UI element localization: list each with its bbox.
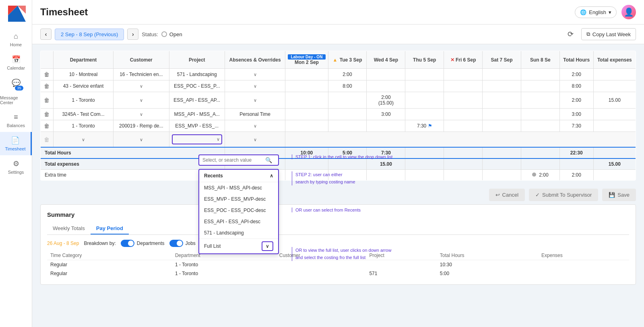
sidebar-item-home[interactable]: ⌂ Home: [0, 28, 32, 51]
mon-cell[interactable]: [285, 69, 328, 80]
cust-cell[interactable]: ∨: [114, 132, 169, 148]
tab-weekly-totals[interactable]: Weekly Totals: [47, 223, 91, 234]
check-icon: ✓: [535, 192, 540, 198]
delete-row-button[interactable]: 🗑: [44, 83, 50, 89]
wed-cell[interactable]: [367, 69, 405, 80]
tue-cell[interactable]: 8:00: [328, 80, 367, 92]
thu-cell[interactable]: [405, 80, 444, 92]
mon-cell[interactable]: [285, 120, 328, 132]
sat-cell[interactable]: [483, 69, 521, 80]
copy-last-week-button[interactable]: ⧉ Copy Last Week: [581, 28, 636, 40]
mon-cell[interactable]: [285, 80, 328, 92]
tue-cell[interactable]: [328, 109, 367, 120]
next-week-button[interactable]: ›: [127, 29, 138, 40]
abs-cell[interactable]: ∨: [225, 132, 285, 148]
proj-cell: ESS_POC - ESS_P...: [169, 80, 225, 92]
wed-cell[interactable]: [367, 120, 405, 132]
departments-label: Departments: [137, 241, 165, 246]
search-input[interactable]: [202, 157, 263, 163]
user-avatar[interactable]: 👤: [621, 5, 636, 19]
dropdown-item[interactable]: MSS_API - MSS_API-desc: [199, 182, 278, 193]
jobs-label: Jobs: [186, 241, 196, 246]
sidebar-item-messages[interactable]: 💬 35 Message Center: [0, 74, 32, 109]
th-total-expenses: Total expenses: [593, 51, 636, 69]
abs-dropdown[interactable]: ∨: [254, 72, 257, 77]
cust-cell[interactable]: ∨: [114, 92, 169, 109]
proj-cell[interactable]: ∨: [169, 132, 225, 148]
wed-cell[interactable]: 2:00(15.00): [367, 92, 405, 109]
sidebar-item-settings[interactable]: ⚙ Settings: [0, 155, 32, 179]
delete-row-button[interactable]: 🗑: [44, 123, 50, 129]
summary-row: Regular 1 - Toronto 10:30: [47, 260, 629, 269]
delete-row-button[interactable]: 🗑: [44, 97, 50, 103]
tue-cell[interactable]: 2:00: [328, 69, 367, 80]
project-dropdown-active[interactable]: ∨: [172, 134, 222, 144]
abs-cell[interactable]: ∨: [225, 120, 285, 132]
sat-cell[interactable]: [483, 120, 521, 132]
fri-cell[interactable]: [444, 120, 483, 132]
search-input-wrapper[interactable]: 🔍: [198, 154, 279, 166]
abs-dropdown[interactable]: ∨: [254, 98, 257, 103]
toggle-jobs[interactable]: Jobs: [169, 240, 196, 247]
abs-dropdown[interactable]: ∨: [254, 84, 257, 88]
cust-cell[interactable]: ∨: [114, 80, 169, 92]
sun-cell[interactable]: [521, 80, 559, 92]
save-button[interactable]: 💾 Save: [602, 189, 636, 201]
sun-cell[interactable]: [521, 92, 559, 109]
thu-cell[interactable]: [405, 92, 444, 109]
submit-button[interactable]: ✓ Submit To Supervisor: [529, 189, 598, 201]
delete-row-button[interactable]: 🗑: [44, 136, 50, 143]
delete-row-button[interactable]: 🗑: [44, 111, 50, 117]
sidebar-item-calendar[interactable]: 📅 Calendar: [0, 51, 32, 74]
thu-total: [405, 147, 444, 158]
wed-cell[interactable]: 3:00: [367, 109, 405, 120]
sun-cell[interactable]: [521, 109, 559, 120]
fri-cell[interactable]: [444, 92, 483, 109]
dropdown-item[interactable]: ESS_POC - ESS_POC-desc: [199, 205, 278, 216]
prev-week-button[interactable]: ‹: [40, 29, 52, 40]
delete-row-button[interactable]: 🗑: [44, 71, 50, 78]
dropdown-item[interactable]: 571 - Landscaping: [199, 227, 278, 239]
dept-cell[interactable]: ∨: [53, 132, 113, 148]
total-e-cell: [593, 120, 636, 132]
sat-cell[interactable]: [483, 109, 521, 120]
sun-cell[interactable]: [521, 120, 559, 132]
sat-cell[interactable]: [483, 80, 521, 92]
thu-cell[interactable]: [405, 69, 444, 80]
fri-cell[interactable]: [444, 69, 483, 80]
wed-cell[interactable]: [367, 80, 405, 92]
abs-cell[interactable]: ∨: [225, 80, 285, 92]
abs-cell[interactable]: ∨: [225, 92, 285, 109]
sidebar-item-timesheet[interactable]: 📄 Timesheet: [0, 132, 32, 155]
cust-cell[interactable]: ∨: [114, 109, 169, 120]
language-selector[interactable]: 🌐 English ▾: [575, 6, 617, 18]
dropdown-item[interactable]: ESS_API - ESS_API-desc: [199, 216, 278, 227]
th-sat: Sat 7 Sep: [483, 51, 521, 69]
tue-cell[interactable]: [328, 92, 367, 109]
dept-cell: 1 - Toronto: [53, 92, 113, 109]
cancel-button[interactable]: ↩ Cancel: [489, 189, 525, 201]
refresh-button[interactable]: ⟳: [564, 28, 577, 41]
tab-pay-period[interactable]: Pay Period: [91, 223, 129, 234]
mon-cell[interactable]: [285, 109, 328, 120]
toggle-departments[interactable]: Departments: [121, 240, 165, 247]
jobs-toggle[interactable]: [169, 240, 183, 247]
abs-dropdown[interactable]: ∨: [254, 123, 257, 128]
tue-cell[interactable]: [328, 120, 367, 132]
sat-cell[interactable]: [483, 92, 521, 109]
timesheet-table: Department Customer Project Absences & O…: [40, 51, 636, 181]
full-list-button[interactable]: ∨: [262, 241, 273, 251]
sun-cell[interactable]: [521, 69, 559, 80]
fri-cell[interactable]: [444, 109, 483, 120]
departments-toggle[interactable]: [121, 240, 134, 247]
mon-cell[interactable]: [285, 92, 328, 109]
thu-cell[interactable]: 7:30 ⚑: [405, 120, 444, 132]
dropdown-item[interactable]: ESS_MVP - ESS_MVP-desc: [199, 193, 278, 205]
table-row: 🗑 3245A - Test Com... ∨ MSS_API - MSS_A.…: [41, 109, 636, 120]
thu-cell[interactable]: [405, 109, 444, 120]
date-range-button[interactable]: 2 Sep - 8 Sep (Previous): [55, 29, 124, 40]
fri-cell[interactable]: [444, 80, 483, 92]
abs-cell[interactable]: ∨: [225, 69, 285, 80]
sidebar-item-balances[interactable]: ≡ Balances: [0, 109, 32, 132]
app-logo: [6, 4, 26, 23]
